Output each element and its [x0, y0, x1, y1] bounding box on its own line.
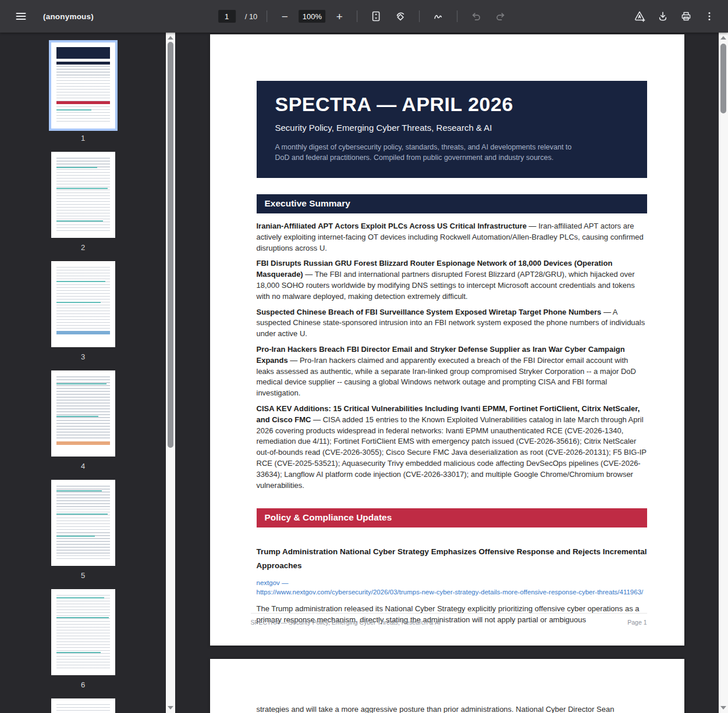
zoom-in-button[interactable]: +	[331, 8, 347, 24]
footer-page-number: Page 1	[627, 619, 647, 626]
thumbnail-page-4[interactable]: 4	[51, 370, 115, 480]
thumbnail-sidebar: 1 2 3	[0, 33, 166, 713]
report-subtitle: Security Policy, Emerging Cyber Threats,…	[275, 123, 630, 133]
sidebar-scrollbar[interactable]	[166, 33, 175, 713]
pdf-toolbar: (anonymous) / 10 − 100% +	[0, 0, 728, 33]
exec-item: Pro-Iran Hackers Breach FBI Director Ema…	[257, 344, 647, 399]
redo-button[interactable]	[491, 7, 510, 26]
scroll-up-arrow[interactable]	[719, 34, 728, 42]
thumbnail-image[interactable]	[51, 589, 115, 675]
thumbnail-image[interactable]	[51, 261, 115, 347]
article-source-link[interactable]: nextgov — https://www.nextgov.com/cybers…	[257, 578, 647, 597]
ink-squiggle-icon	[432, 10, 444, 22]
thumbnail-page-7[interactable]	[51, 698, 115, 713]
thumbnail-image[interactable]	[51, 480, 115, 566]
zoom-out-button[interactable]: −	[276, 8, 293, 24]
source-name[interactable]: nextgov —	[257, 578, 647, 587]
exec-item: Suspected Chinese Breach of FBI Surveill…	[257, 307, 647, 340]
toolbar-divider	[457, 10, 457, 22]
thumbnail-page-3[interactable]: 3	[51, 261, 115, 370]
thumbnail-image[interactable]	[51, 698, 115, 713]
document-title: (anonymous)	[43, 12, 94, 21]
source-url[interactable]: https://www.nextgov.com/cybersecurity/20…	[257, 587, 647, 597]
scroll-down-arrow[interactable]	[166, 704, 175, 712]
report-description: A monthly digest of cybersecurity policy…	[275, 142, 630, 163]
toolbar-divider	[357, 10, 357, 22]
thumbnail-page-number: 3	[81, 352, 85, 361]
main-scrollbar[interactable]	[719, 33, 728, 713]
thumbnail-page-2[interactable]: 2	[51, 152, 115, 261]
more-vert-icon	[704, 10, 715, 22]
thumbnail-page-number: 6	[81, 680, 85, 689]
thumbnail-image[interactable]	[51, 370, 115, 457]
scroll-down-arrow[interactable]	[719, 704, 728, 712]
thumbnail-page-6[interactable]: 6	[51, 589, 115, 698]
thumbnail-image[interactable]	[51, 152, 115, 238]
add-text-annotation-button[interactable]	[630, 7, 649, 26]
main-scrollbar-thumb[interactable]	[720, 44, 726, 113]
zoom-level-value: 100%	[299, 10, 325, 23]
page-number-input[interactable]	[218, 10, 236, 23]
thumbnail-page-1[interactable]: 1	[51, 42, 115, 152]
download-button[interactable]	[654, 7, 672, 26]
more-options-button[interactable]	[700, 7, 719, 26]
thumbnail-page-number: 1	[81, 134, 85, 142]
section-header-executive-summary: Executive Summary	[257, 194, 647, 213]
article-heading: Trump Administration National Cyber Stra…	[257, 545, 647, 572]
fit-page-button[interactable]	[367, 7, 385, 26]
fit-page-icon	[370, 10, 382, 22]
sidebar-scrollbar-thumb[interactable]	[168, 42, 173, 448]
print-button[interactable]	[677, 7, 695, 26]
menu-button[interactable]	[12, 7, 30, 26]
thumbnail-page-number: 2	[81, 243, 85, 252]
section-header-policy-compliance: Policy & Compliance Updates	[257, 508, 647, 527]
page-total-label: / 10	[245, 12, 258, 21]
exec-item: FBI Disrupts Russian GRU Forest Blizzard…	[257, 258, 647, 302]
rotate-icon	[395, 10, 406, 22]
rotate-button[interactable]	[391, 7, 410, 26]
pdf-page-1: SPECTRA — APRIL 2026 Security Policy, Em…	[210, 34, 684, 646]
executive-summary-body: Iranian-Affiliated APT Actors Exploit PL…	[257, 221, 647, 491]
report-header-block: SPECTRA — APRIL 2026 Security Policy, Em…	[257, 81, 647, 178]
thumbnail-page-number: 5	[81, 571, 85, 580]
scroll-up-arrow[interactable]	[166, 34, 175, 42]
footer-title: SPECTRA — Security Policy, Emerging Cybe…	[251, 619, 441, 626]
report-title: SPECTRA — APRIL 2026	[275, 93, 630, 116]
pdf-viewer-area: SPECTRA — APRIL 2026 Security Policy, Em…	[175, 33, 719, 713]
thumbnail-image[interactable]	[51, 42, 115, 129]
thumbnail-page-5[interactable]: 5	[51, 480, 115, 589]
toolbar-divider	[267, 10, 267, 22]
exec-item: Iranian-Affiliated APT Actors Exploit PL…	[257, 221, 647, 254]
undo-icon	[470, 10, 482, 22]
toolbar-divider	[419, 10, 420, 22]
undo-button[interactable]	[467, 7, 485, 26]
download-icon	[657, 10, 669, 22]
page-footer: SPECTRA — Security Policy, Emerging Cybe…	[251, 613, 647, 626]
print-icon	[680, 10, 692, 22]
page2-text: strategies and will take a more aggressi…	[257, 704, 647, 713]
exec-item: CISA KEV Additions: 15 Critical Vulnerab…	[257, 404, 647, 491]
pdf-page-2: strategies and will take a more aggressi…	[210, 659, 684, 713]
annotate-button[interactable]	[429, 7, 448, 26]
redo-icon	[495, 10, 506, 22]
thumbnail-page-number: 4	[81, 462, 85, 470]
add-text-triangle-icon	[633, 10, 646, 23]
hamburger-icon	[15, 10, 27, 22]
